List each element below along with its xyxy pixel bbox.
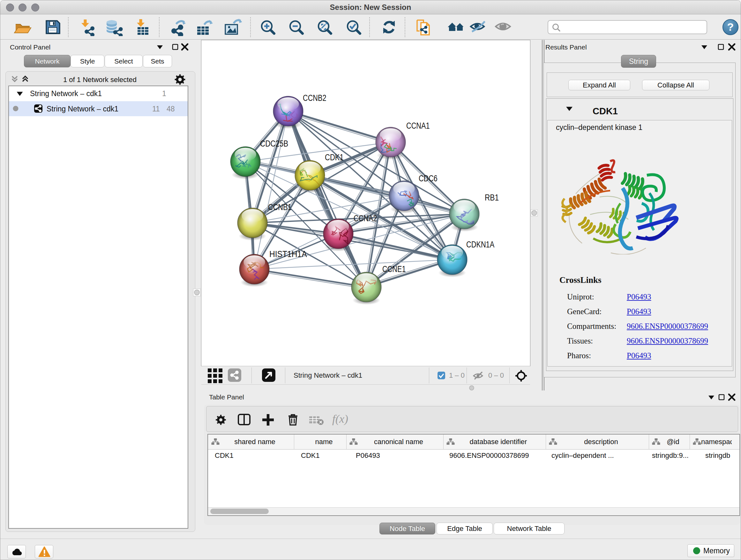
svg-text:CCNA1: CCNA1 [406,121,430,131]
svg-text:CCNB2: CCNB2 [303,93,327,103]
svg-text:CCNE1: CCNE1 [382,264,406,274]
svg-text:CCNA2: CCNA2 [354,213,377,223]
svg-text:CCNB1: CCNB1 [268,202,292,212]
svg-text:RB1: RB1 [485,193,499,202]
svg-text:CDC25B: CDC25B [260,139,288,148]
svg-text:CDC6: CDC6 [419,174,437,183]
svg-text:HIST1H1A: HIST1H1A [269,249,307,259]
svg-text:CDKN1A: CDKN1A [466,240,494,249]
svg-text:?: ? [727,21,734,33]
svg-text:CDK1: CDK1 [325,152,344,162]
